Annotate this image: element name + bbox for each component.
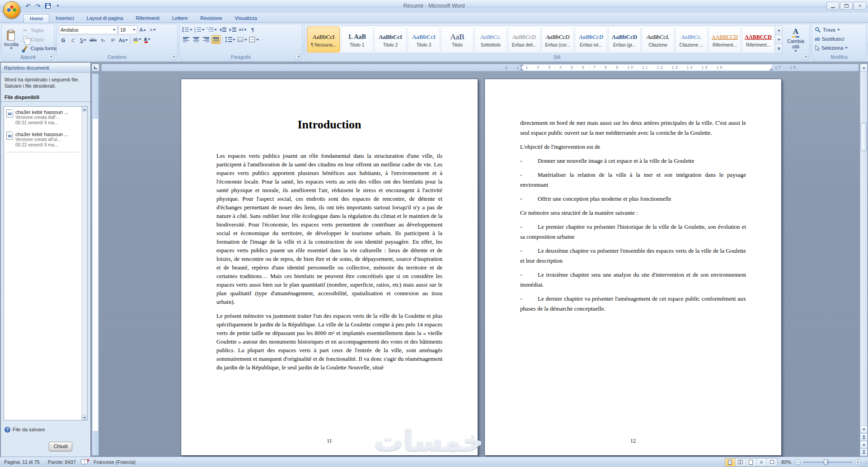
- carattere-dialog-launcher[interactable]: [171, 54, 176, 60]
- right-indent-marker[interactable]: [769, 68, 774, 71]
- style-item-citazione-intensa[interactable]: AaBbCc. Citazione ...: [675, 27, 708, 52]
- show-paragraph-marks-button[interactable]: ¶: [248, 25, 257, 34]
- draft-view-button[interactable]: [767, 458, 777, 466]
- underline-button[interactable]: S: [79, 36, 88, 44]
- tab-visualizza[interactable]: Visualizza: [229, 14, 263, 23]
- change-case-button[interactable]: Aa: [118, 36, 128, 44]
- zoom-out-button[interactable]: −: [795, 459, 801, 465]
- select-browse-object-button[interactable]: [860, 441, 867, 448]
- style-item-riferimento-intenso[interactable]: AABBCCD Riferiment...: [742, 27, 774, 52]
- bullets-button[interactable]: [182, 25, 193, 34]
- resize-grip[interactable]: [861, 460, 868, 467]
- paragrafo-dialog-launcher[interactable]: [296, 54, 301, 60]
- next-page-button[interactable]: [860, 448, 867, 456]
- full-screen-reading-view-button[interactable]: [736, 458, 746, 466]
- italic-button[interactable]: C: [69, 36, 78, 44]
- numbering-button[interactable]: 123: [194, 25, 205, 34]
- highlight-color-button[interactable]: ab: [132, 36, 141, 44]
- subscript-button[interactable]: x₂: [99, 36, 108, 44]
- style-item-titolo-1[interactable]: 1. AaB Titolo 1: [341, 27, 373, 52]
- outline-view-button[interactable]: ≡: [756, 458, 767, 466]
- increase-indent-button[interactable]: [228, 25, 237, 34]
- font-name-select[interactable]: Andalus: [59, 25, 117, 34]
- tab-lettere[interactable]: Lettere: [166, 14, 194, 23]
- scroll-down-button[interactable]: [82, 415, 87, 420]
- recovered-file-item[interactable]: W cha3er kebir hassoun ... Versione crea…: [4, 129, 81, 151]
- recovery-list-scrollbar[interactable]: [81, 107, 87, 420]
- select-button[interactable]: Seleziona: [814, 44, 864, 52]
- style-item-nessuna-spaziatura[interactable]: AaBbCcI ¶ Nessuna...: [307, 27, 340, 52]
- shrink-font-button[interactable]: A: [148, 26, 157, 34]
- spelling-status-button[interactable]: ×: [81, 459, 89, 465]
- style-item-citazione[interactable]: AaBbCcL Citazione: [642, 27, 674, 52]
- style-item-titolo-3[interactable]: AaBbCcI Titolo 3: [408, 27, 440, 52]
- which-file-label[interactable]: File da salvare: [13, 427, 45, 432]
- tab-riferimenti[interactable]: Riferimenti: [129, 14, 166, 23]
- redo-button[interactable]: ↷: [33, 1, 42, 10]
- style-item-enfasi-grassetto[interactable]: AaBbCcD Enfasi (gr...: [608, 27, 641, 52]
- minimize-button[interactable]: [826, 2, 839, 10]
- line-spacing-button[interactable]: [225, 35, 236, 44]
- zoom-level[interactable]: 80%: [781, 459, 791, 465]
- style-item-titolo-2[interactable]: AaBbCcI Titolo 2: [374, 27, 407, 52]
- decrease-indent-button[interactable]: [218, 25, 227, 34]
- stili-dialog-launcher[interactable]: [803, 54, 808, 60]
- scroll-up-button[interactable]: [82, 107, 87, 112]
- customize-qat-button[interactable]: [53, 1, 62, 10]
- align-left-button[interactable]: [182, 35, 191, 44]
- borders-button[interactable]: [249, 35, 259, 44]
- find-button[interactable]: Trova: [814, 26, 864, 34]
- print-layout-view-button[interactable]: [725, 458, 736, 466]
- grow-font-button[interactable]: A: [138, 26, 147, 34]
- style-item-riferimento-delicato[interactable]: AABBCCD Riferiment...: [708, 27, 741, 52]
- bold-button[interactable]: G: [59, 36, 68, 44]
- zoom-slider-track[interactable]: [803, 462, 853, 463]
- multilevel-list-button[interactable]: [206, 25, 217, 34]
- font-color-button[interactable]: A: [143, 36, 152, 44]
- paste-button[interactable]: Incolla: [4, 25, 19, 53]
- language-indicator[interactable]: Francese (Francia): [89, 457, 140, 467]
- sort-button[interactable]: AZ: [238, 25, 247, 34]
- change-styles-button[interactable]: A Cambia stili: [784, 25, 807, 54]
- zoom-in-button[interactable]: +: [855, 459, 861, 465]
- zoom-slider-thumb[interactable]: [824, 459, 828, 465]
- web-layout-view-button[interactable]: [746, 458, 756, 466]
- scrollbar-thumb[interactable]: [861, 123, 867, 151]
- style-item-titolo[interactable]: AaB Titolo: [441, 27, 474, 52]
- maximize-button[interactable]: [840, 2, 853, 10]
- recovered-file-item[interactable]: W cha3er kebir hassoun ... Versione crea…: [4, 107, 81, 129]
- style-item-sottotitolo[interactable]: AaBbCc. Sottotitolo: [474, 27, 507, 52]
- save-button[interactable]: [43, 1, 52, 10]
- previous-page-button[interactable]: [860, 433, 867, 441]
- styles-scroll-down-button[interactable]: [775, 35, 782, 45]
- shading-button[interactable]: [237, 35, 248, 44]
- close-pane-button[interactable]: Chiudi: [49, 442, 72, 451]
- tab-layout-di-pagina[interactable]: Layout di pagina: [80, 14, 130, 23]
- scroll-up-button[interactable]: [860, 64, 867, 72]
- close-button[interactable]: ×: [854, 2, 866, 10]
- align-center-button[interactable]: [192, 35, 201, 44]
- horizontal-ruler[interactable]: 2 · 1 1 · 2 · 3 · 4 · 5 · 6 · 7 · 8 · 9 …: [101, 64, 859, 71]
- vertical-scrollbar[interactable]: [860, 64, 868, 457]
- hanging-indent-marker[interactable]: [519, 68, 524, 71]
- word-count[interactable]: Parole: 8437: [44, 457, 80, 467]
- justify-button[interactable]: [211, 35, 221, 44]
- tab-home[interactable]: Home: [23, 14, 49, 23]
- undo-button[interactable]: ↶: [23, 1, 33, 10]
- styles-more-button[interactable]: [775, 44, 782, 53]
- page-indicator[interactable]: Pagina: 11 di 75: [0, 457, 44, 467]
- first-line-indent-marker[interactable]: [519, 65, 524, 67]
- page-content[interactable]: Introduction Les espaces verts publics j…: [181, 79, 478, 455]
- tab-revisione[interactable]: Revisione: [194, 14, 228, 23]
- style-item-enfasi-corsivo[interactable]: AaBbCcD Enfasi (cor...: [541, 27, 574, 52]
- tab-inserisci[interactable]: Inserisci: [49, 14, 80, 23]
- align-right-button[interactable]: [202, 35, 211, 44]
- strikethrough-button[interactable]: abc: [89, 36, 98, 44]
- style-item-enfasi-intensa[interactable]: AaBbCcD Enfasi int...: [575, 27, 607, 52]
- superscript-button[interactable]: x²: [108, 36, 117, 44]
- appunti-dialog-launcher[interactable]: [48, 54, 53, 60]
- tab-stop-selector[interactable]: [92, 64, 99, 71]
- office-button[interactable]: [3, 1, 20, 19]
- style-item-enfasi-delicata[interactable]: AaBbCcD Enfasi deli...: [508, 27, 540, 52]
- replace-button[interactable]: ab Sostituisci: [814, 35, 864, 43]
